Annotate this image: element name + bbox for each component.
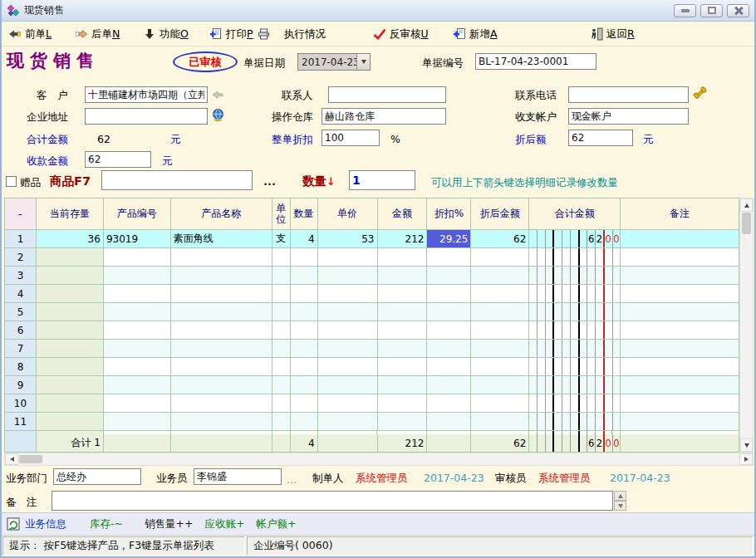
- table-row[interactable]: 11: [5, 413, 739, 431]
- table-cell[interactable]: [37, 413, 104, 431]
- receivable-link[interactable]: 应收账+: [204, 517, 244, 531]
- table-cell[interactable]: [318, 340, 378, 358]
- table-cell[interactable]: [291, 267, 318, 285]
- account-balance-link[interactable]: 帐户额+: [256, 517, 296, 531]
- cell-name[interactable]: 素面角线: [171, 230, 272, 248]
- table-cell[interactable]: [471, 413, 529, 431]
- table-cell[interactable]: [378, 394, 428, 413]
- cell-code[interactable]: 93019: [104, 230, 171, 248]
- execution-status-label[interactable]: 执行情况: [284, 25, 326, 43]
- table-cell[interactable]: [318, 267, 378, 285]
- row-number[interactable]: 1: [5, 230, 37, 248]
- table-cell[interactable]: [171, 434, 272, 453]
- account-input[interactable]: [568, 108, 689, 125]
- table-cell[interactable]: [427, 285, 471, 303]
- salesman-input[interactable]: [194, 468, 282, 485]
- horizontal-scroll-track[interactable]: [43, 453, 739, 465]
- row-number[interactable]: 2: [5, 248, 37, 267]
- address-input[interactable]: [85, 108, 208, 125]
- table-cell[interactable]: [291, 413, 318, 431]
- table-row-selected[interactable]: 13693019素面角线支45321229.25626200: [5, 230, 739, 248]
- table-cell[interactable]: [427, 248, 471, 267]
- table-cell[interactable]: [427, 340, 471, 358]
- table-cell[interactable]: [37, 394, 104, 413]
- table-cell[interactable]: [104, 267, 171, 285]
- table-cell[interactable]: [378, 321, 428, 340]
- total-qty[interactable]: 4: [291, 434, 318, 453]
- cell-note[interactable]: [621, 230, 739, 248]
- total-after[interactable]: 62: [471, 434, 529, 453]
- table-cell[interactable]: [171, 285, 272, 303]
- table-cell[interactable]: [427, 358, 471, 376]
- remark-input[interactable]: [52, 491, 613, 511]
- contact-input[interactable]: [328, 86, 446, 103]
- table-row[interactable]: 7: [5, 340, 739, 358]
- amount-digit-grid[interactable]: [529, 358, 621, 376]
- table-cell[interactable]: [318, 248, 378, 267]
- table-cell[interactable]: [471, 321, 529, 340]
- next-order-button[interactable]: 后单N: [75, 25, 120, 43]
- doc-date-combobox[interactable]: 2017-04-23: [297, 53, 371, 71]
- table-cell[interactable]: [171, 321, 272, 340]
- table-cell[interactable]: [272, 434, 291, 453]
- table-cell[interactable]: [272, 267, 291, 285]
- table-cell[interactable]: [104, 340, 171, 358]
- table-row[interactable]: 10: [5, 394, 739, 413]
- table-row[interactable]: 2: [5, 248, 739, 267]
- table-cell[interactable]: [171, 303, 272, 321]
- globe-icon[interactable]: [211, 108, 225, 122]
- table-cell[interactable]: [427, 434, 471, 453]
- table-cell[interactable]: [378, 340, 428, 358]
- table-cell[interactable]: [621, 321, 739, 340]
- table-row[interactable]: 8: [5, 358, 739, 376]
- table-cell[interactable]: [104, 303, 171, 321]
- table-cell[interactable]: [104, 248, 171, 267]
- row-number[interactable]: 6: [5, 321, 37, 340]
- table-cell[interactable]: [318, 394, 378, 413]
- horizontal-scrollbar[interactable]: [4, 453, 754, 466]
- business-info-link[interactable]: 业务信息: [25, 517, 66, 531]
- table-cell[interactable]: [272, 358, 291, 376]
- doc-no-input[interactable]: [475, 53, 596, 70]
- table-cell[interactable]: [621, 434, 739, 453]
- row-number[interactable]: 7: [5, 340, 37, 358]
- table-row[interactable]: 5: [5, 303, 739, 321]
- table-cell[interactable]: [272, 340, 291, 358]
- gift-checkbox[interactable]: [6, 176, 17, 187]
- amount-digit-grid[interactable]: [529, 321, 621, 340]
- table-cell[interactable]: [378, 285, 428, 303]
- table-cell[interactable]: [318, 434, 378, 453]
- phone-input[interactable]: [568, 86, 689, 103]
- table-cell[interactable]: [471, 285, 529, 303]
- table-cell[interactable]: [471, 267, 529, 285]
- table-cell[interactable]: [291, 358, 318, 376]
- cell-after[interactable]: 62: [471, 230, 529, 248]
- scroll-right-icon[interactable]: [739, 453, 753, 465]
- table-cell[interactable]: [104, 394, 171, 413]
- table-cell[interactable]: [471, 376, 529, 394]
- reverse-audit-button[interactable]: 反审核U: [373, 25, 429, 43]
- table-cell[interactable]: [427, 394, 471, 413]
- new-button[interactable]: 新增A: [453, 25, 498, 43]
- table-cell[interactable]: [272, 376, 291, 394]
- table-cell[interactable]: [171, 248, 272, 267]
- table-cell[interactable]: [318, 321, 378, 340]
- print-button[interactable]: 打印P: [209, 25, 271, 43]
- table-cell[interactable]: [471, 394, 529, 413]
- close-button[interactable]: [727, 4, 749, 17]
- table-cell[interactable]: [318, 285, 378, 303]
- table-cell[interactable]: [621, 303, 739, 321]
- table-cell[interactable]: [378, 413, 428, 431]
- cell-amount[interactable]: 212: [378, 230, 428, 248]
- table-cell[interactable]: [171, 413, 272, 431]
- table-cell[interactable]: [291, 303, 318, 321]
- spinner-down-icon[interactable]: [614, 501, 626, 511]
- amount-digit-grid[interactable]: [529, 303, 621, 321]
- table-cell[interactable]: [318, 358, 378, 376]
- prev-order-button[interactable]: 前单L: [8, 25, 52, 43]
- horizontal-scroll-thumb[interactable]: [19, 455, 42, 463]
- product-input[interactable]: [101, 170, 253, 190]
- refresh-icon[interactable]: [7, 517, 20, 531]
- chevron-down-icon[interactable]: [356, 54, 370, 70]
- table-cell[interactable]: [378, 376, 428, 394]
